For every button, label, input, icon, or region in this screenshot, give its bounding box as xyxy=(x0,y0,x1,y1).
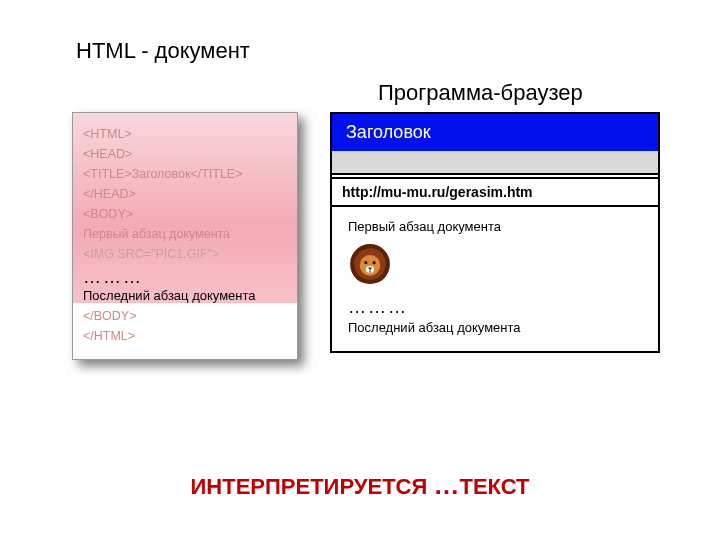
browser-window: Заголовок http://mu-mu.ru/gerasim.htm Пе… xyxy=(330,112,660,353)
browser-titlebar: Заголовок xyxy=(332,114,658,151)
code-line: Первый абзац документа xyxy=(83,227,287,241)
heading-html-document: HTML - документ xyxy=(76,38,250,64)
heading-browser-program: Программа-браузер xyxy=(378,80,583,106)
footer-post: ТЕКСТ xyxy=(459,474,529,499)
svg-point-2 xyxy=(364,261,367,264)
svg-point-3 xyxy=(373,261,376,264)
lion-image-icon xyxy=(348,242,392,286)
code-line: <HTML> xyxy=(83,127,287,141)
browser-address-bar: http://mu-mu.ru/gerasim.htm xyxy=(332,179,658,207)
footer-dots: … xyxy=(433,470,459,500)
source-code-tail-block: </BODY> </HTML> xyxy=(73,309,297,359)
code-line: </HEAD> xyxy=(83,187,287,201)
code-line: <TITLE>Заголовок</TITLE> xyxy=(83,167,287,181)
code-last-paragraph: Последний абзац документа xyxy=(83,288,287,303)
footer-pre: ИНТЕРПРЕТИРУЕТСЯ xyxy=(191,474,434,499)
code-line: </BODY> xyxy=(83,309,287,323)
code-line: <BODY> xyxy=(83,207,287,221)
code-ellipsis: ……… xyxy=(83,267,287,288)
rendered-last-paragraph: Последний абзац документа xyxy=(348,320,642,335)
footer-caption: ИНТЕРПРЕТИРУЕТСЯ …ТЕКСТ xyxy=(0,470,720,501)
browser-viewport: Первый абзац документа ……… Последний абз… xyxy=(332,207,658,351)
rendered-first-paragraph: Первый абзац документа xyxy=(348,219,642,234)
code-line: <HEAD> xyxy=(83,147,287,161)
source-code-gradient-block: <HTML> <HEAD> <TITLE>Заголовок</TITLE> <… xyxy=(73,113,297,303)
browser-url: http://mu-mu.ru/gerasim.htm xyxy=(342,184,533,200)
code-line: <IMG SRC="PIC1.GIF"> xyxy=(83,247,287,261)
source-code-card: <HTML> <HEAD> <TITLE>Заголовок</TITLE> <… xyxy=(72,112,298,360)
rendered-ellipsis: ……… xyxy=(348,297,642,318)
code-line: </HTML> xyxy=(83,329,287,343)
browser-toolbar xyxy=(332,151,658,175)
